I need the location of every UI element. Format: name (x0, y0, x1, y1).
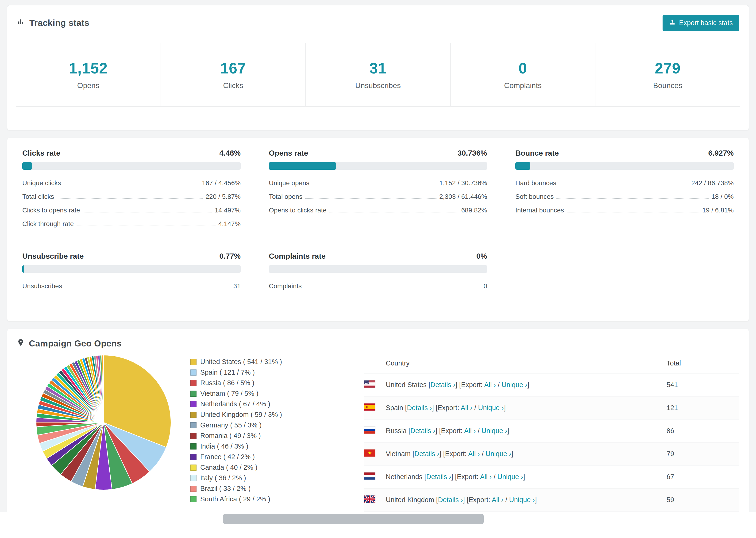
legend-item[interactable]: Netherlands ( 67 / 4% ) (190, 399, 355, 409)
geo-opens-title: Campaign Geo Opens (17, 339, 739, 349)
export-all-link[interactable]: All › (480, 473, 492, 480)
flag-es-icon (364, 403, 375, 411)
dotted-leader (65, 288, 231, 288)
legend-label: Spain ( 121 / 7% ) (200, 368, 255, 376)
rate-detail-row: Internal bounces19 / 6.81% (515, 203, 734, 217)
stat-box-opens: 1,152Opens (16, 43, 161, 107)
horizontal-scrollbar[interactable] (0, 512, 756, 538)
rate-head: Unsubscribe rate0.77% (22, 252, 241, 260)
country-total: 86 (667, 419, 739, 443)
export-all-link[interactable]: All › (460, 404, 472, 411)
rates-grid: Clicks rate4.46%Unique clicks167 / 4.456… (22, 149, 734, 293)
rate-detail-value: 220 / 5.87% (206, 193, 241, 200)
legend-item[interactable]: Germany ( 55 / 3% ) (190, 420, 355, 430)
country-total: 59 (667, 488, 739, 511)
legend-item[interactable]: Romania ( 49 / 3% ) (190, 430, 355, 441)
flag-nl-icon (364, 472, 375, 480)
legend-item[interactable]: Russia ( 86 / 5% ) (190, 378, 355, 388)
progress-fill (515, 162, 530, 170)
rate-detail-label: Unique opens (269, 179, 309, 187)
country-name: Russia (386, 427, 406, 435)
scrollbar-thumb[interactable] (223, 514, 484, 524)
legend-label: Canada ( 40 / 2% ) (200, 463, 257, 471)
bracket: [ (412, 450, 414, 457)
details-link[interactable]: Details › (414, 450, 439, 457)
map-pin-icon (17, 339, 25, 349)
export-all-link[interactable]: All › (484, 381, 496, 389)
legend-swatch (190, 454, 196, 460)
legend-item[interactable]: United States ( 541 / 31% ) (190, 356, 355, 367)
rate-value: 0% (476, 252, 487, 260)
stat-label: Bounces (653, 81, 682, 90)
flag-us-icon (364, 380, 375, 388)
dotted-leader (304, 288, 481, 288)
progress-fill (22, 162, 32, 170)
details-link[interactable]: Details › (410, 427, 435, 435)
rate-detail-row: Clicks to opens rate14.497% (22, 203, 241, 217)
legend-item[interactable]: Canada ( 40 / 2% ) (190, 462, 355, 473)
details-link[interactable]: Details › (426, 473, 451, 480)
export-all-link[interactable]: All › (492, 496, 503, 504)
geo-table-row: Netherlands [Details ›] [Export: All › /… (364, 465, 739, 488)
legend-label: United States ( 541 / 31% ) (200, 358, 282, 366)
dotted-leader (77, 226, 216, 226)
rate-card: Complaints rate0%Complaints0 (269, 252, 487, 293)
rate-detail-label: Unique clicks (22, 179, 61, 187)
geo-pie-chart (34, 353, 173, 492)
rate-detail-label: Hard bounces (515, 179, 556, 187)
geo-table-row: United Kingdom [Details ›] [Export: All … (364, 488, 739, 511)
page: Tracking stats Export basic stats 1,152O… (0, 0, 756, 538)
country-name: United States (386, 381, 427, 389)
tracking-stats-panel: Tracking stats Export basic stats 1,152O… (7, 5, 749, 130)
rates-panel: Clicks rate4.46%Unique clicks167 / 4.456… (7, 138, 749, 321)
export-unique-link[interactable]: Unique › (482, 427, 507, 435)
progress-fill (269, 162, 336, 170)
details-link[interactable]: Details › (407, 404, 432, 411)
export-icon (669, 19, 676, 27)
rate-detail-label: Opens to clicks rate (269, 207, 327, 214)
export-unique-link[interactable]: Unique › (486, 450, 512, 457)
legend-item[interactable]: South Africa ( 29 / 2% ) (190, 494, 355, 505)
stat-box-clicks: 167Clicks (161, 43, 306, 107)
rate-detail-label: Unsubscribes (22, 282, 62, 290)
rate-value: 30.736% (458, 149, 487, 157)
rate-detail-row: Unique opens1,152 / 30.736% (269, 176, 487, 190)
export-unique-link[interactable]: Unique › (502, 381, 527, 389)
details-link[interactable]: Details › (438, 496, 463, 504)
legend-item[interactable]: United Kingdom ( 59 / 3% ) (190, 409, 355, 420)
legend-swatch (190, 391, 196, 397)
rate-detail-value: 167 / 4.456% (202, 179, 241, 187)
legend-item[interactable]: Italy ( 36 / 2% ) (190, 473, 355, 483)
rate-card: Opens rate30.736%Unique opens1,152 / 30.… (269, 149, 487, 231)
rate-value: 4.46% (219, 149, 241, 157)
dotted-leader (557, 198, 709, 199)
rate-detail-row: Hard bounces242 / 86.738% (515, 176, 734, 190)
country-name: Vietnam (386, 450, 411, 457)
legend-swatch (190, 475, 196, 481)
stat-label: Complaints (504, 81, 542, 90)
rate-detail-value: 31 (233, 282, 241, 290)
rate-detail-row: Total clicks220 / 5.87% (22, 190, 241, 203)
export-unique-link[interactable]: Unique › (509, 496, 535, 504)
rate-head: Opens rate30.736% (269, 149, 487, 157)
rate-detail-value: 689.82% (461, 207, 487, 214)
legend-label: United Kingdom ( 59 / 3% ) (200, 411, 282, 418)
export-all-link[interactable]: All › (468, 450, 480, 457)
legend-item[interactable]: Spain ( 121 / 7% ) (190, 367, 355, 378)
rate-title: Bounce rate (515, 149, 559, 157)
export-basic-stats-button[interactable]: Export basic stats (663, 15, 739, 31)
geo-table-row: Vietnam [Details ›] [Export: All › / Uni… (364, 443, 739, 465)
tracking-stats-title-text: Tracking stats (29, 18, 89, 28)
legend-label: India ( 46 / 3% ) (200, 443, 248, 450)
export-all-link[interactable]: All › (464, 427, 476, 435)
stats-row: 1,152Opens167Clicks31Unsubscribes0Compla… (16, 43, 740, 107)
export-unique-link[interactable]: Unique › (498, 473, 523, 480)
rate-card: Bounce rate6.927%Hard bounces242 / 86.73… (515, 149, 734, 231)
dotted-leader (312, 185, 436, 185)
legend-item[interactable]: Brazil ( 33 / 2% ) (190, 483, 355, 494)
legend-item[interactable]: Vietnam ( 79 / 5% ) (190, 388, 355, 399)
legend-item[interactable]: France ( 42 / 2% ) (190, 452, 355, 462)
export-unique-link[interactable]: Unique › (478, 404, 504, 411)
legend-item[interactable]: India ( 46 / 3% ) (190, 441, 355, 452)
details-link[interactable]: Details › (430, 381, 455, 389)
